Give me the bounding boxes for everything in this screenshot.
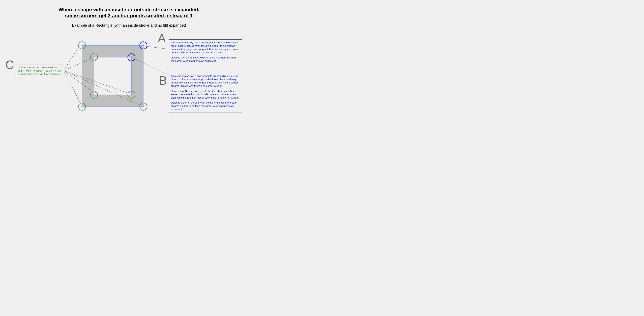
svg-rect-4 [94, 57, 94, 58]
svg-point-13 [96, 93, 96, 93]
callout-B-p3: Deleting either of the 2 anchor points a… [171, 101, 240, 111]
callout-B: This corner also has 2 anchor points cre… [169, 73, 242, 112]
svg-point-19 [141, 104, 142, 105]
callout-C-text: All the other corners have 1 anchor poin… [18, 66, 62, 76]
inner-selection-rect [94, 57, 132, 95]
svg-line-25 [64, 70, 128, 93]
svg-point-11 [96, 59, 96, 59]
callout-A-p1: This corner actually has 2 anchor points… [171, 41, 240, 54]
label-B: B [159, 74, 167, 87]
label-C: C [5, 58, 14, 71]
diagram-canvas: When a shape with an inside or outside s… [0, 0, 258, 127]
callout-A-p2: Deleting 1 of the anchor points creates … [171, 56, 240, 63]
callout-C: All the other corners have 1 anchor poin… [16, 64, 64, 77]
svg-rect-6 [94, 94, 94, 95]
callout-A: This corner actually has 2 anchor points… [169, 39, 242, 64]
svg-rect-1 [143, 45, 144, 46]
svg-rect-3 [143, 106, 144, 107]
callout-B-p1: This corner also has 2 anchor points cre… [171, 74, 240, 88]
svg-point-17 [84, 104, 84, 105]
svg-line-20 [147, 46, 169, 49]
label-A: A [158, 31, 166, 45]
svg-point-9 [84, 47, 84, 47]
svg-rect-2 [82, 106, 82, 107]
callout-B-p2: However, unlike the corner in A, the 2 a… [171, 89, 240, 99]
svg-line-22 [64, 47, 79, 70]
svg-rect-0 [82, 45, 82, 46]
svg-rect-7 [131, 94, 132, 95]
svg-rect-5 [131, 57, 132, 58]
svg-point-15 [129, 93, 130, 93]
